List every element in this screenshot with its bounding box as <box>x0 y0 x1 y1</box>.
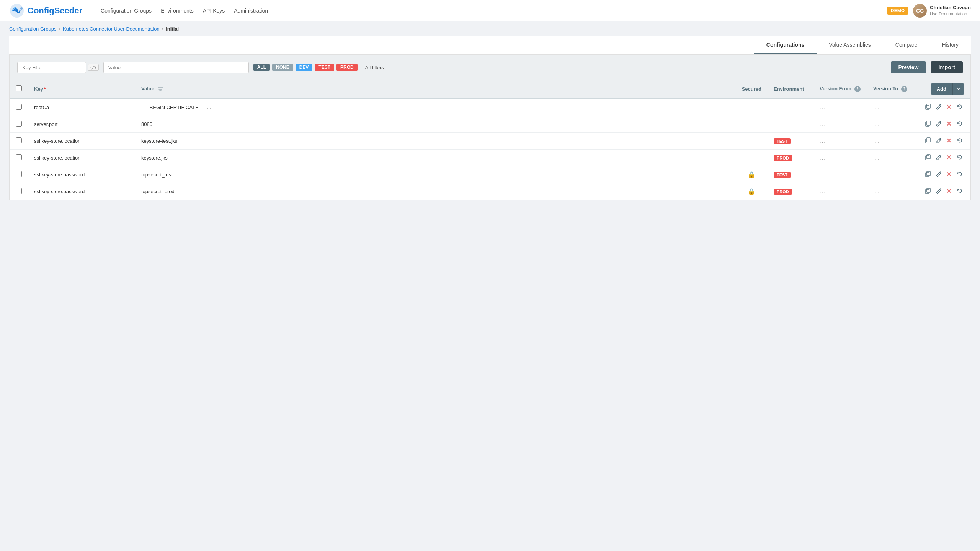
nav-administration[interactable]: Administration <box>234 6 268 15</box>
env-badge-all[interactable]: ALL <box>253 64 270 71</box>
row-actions <box>917 183 970 200</box>
delete-button[interactable] <box>944 137 954 145</box>
restore-icon <box>957 121 963 127</box>
tab-configurations[interactable]: Configurations <box>754 36 817 54</box>
close-icon <box>946 137 952 143</box>
breadcrumb-sep-1: › <box>59 26 60 32</box>
tab-compare[interactable]: Compare <box>883 36 930 54</box>
delete-button[interactable] <box>944 120 954 129</box>
copy-icon <box>925 104 931 110</box>
delete-button[interactable] <box>944 170 954 179</box>
demo-badge: DEMO <box>887 7 908 15</box>
copy-button[interactable] <box>923 120 933 129</box>
restore-button[interactable] <box>955 120 964 129</box>
edit-button[interactable] <box>934 170 943 179</box>
header-environment: Environment <box>768 80 813 99</box>
breadcrumb-current: Initial <box>166 26 179 32</box>
env-badge-test[interactable]: TEST <box>315 64 334 71</box>
row-secured: 🔒 <box>736 166 768 183</box>
version-to-value: ... <box>873 138 880 144</box>
table-row: rootCa -----BEGIN CERTIFICATE-----... ..… <box>10 99 970 116</box>
delete-button[interactable] <box>944 153 954 162</box>
copy-icon <box>925 121 931 127</box>
row-key: ssl.key-store.password <box>28 183 135 200</box>
copy-button[interactable] <box>923 170 933 179</box>
nav-environments[interactable]: Environments <box>161 6 194 15</box>
user-area: CC Christian Cavegn UserDocumentation <box>913 4 971 18</box>
row-checkbox[interactable] <box>16 121 22 127</box>
row-checkbox[interactable] <box>16 137 22 143</box>
row-actions <box>917 166 970 183</box>
tab-history[interactable]: History <box>929 36 971 54</box>
env-badge-dev[interactable]: DEV <box>296 64 313 71</box>
lock-icon: 🔒 <box>748 171 755 178</box>
delete-button[interactable] <box>944 103 954 112</box>
restore-button[interactable] <box>955 153 964 162</box>
edit-button[interactable] <box>934 120 943 129</box>
version-from-value: ... <box>820 138 826 144</box>
row-value: topsecret_prod <box>135 183 736 200</box>
delete-button[interactable] <box>944 187 954 196</box>
nav-right: DEMO CC Christian Cavegn UserDocumentati… <box>887 4 971 18</box>
svg-rect-19 <box>927 171 930 176</box>
copy-button[interactable] <box>923 187 933 196</box>
copy-button[interactable] <box>923 103 933 112</box>
restore-button[interactable] <box>955 187 964 196</box>
toolbar: (.*) ALL NONE DEV TEST PROD All filters … <box>10 55 970 80</box>
table-header-row: Key* Value Secured Environment Version F… <box>10 80 970 99</box>
version-to-value: ... <box>873 172 880 178</box>
tab-value-assemblies[interactable]: Value Assemblies <box>817 36 883 54</box>
version-from-value: ... <box>820 155 826 161</box>
copy-button[interactable] <box>923 137 933 145</box>
breadcrumb-k8s[interactable]: Kubernetes Connector User-Documentation <box>63 26 160 32</box>
select-all-checkbox[interactable] <box>16 85 22 91</box>
edit-button[interactable] <box>934 187 943 196</box>
env-badge-prod[interactable]: PROD <box>336 64 358 71</box>
version-from-help[interactable]: ? <box>854 86 861 92</box>
restore-button[interactable] <box>955 170 964 179</box>
restore-button[interactable] <box>955 103 964 112</box>
env-tag: TEST <box>774 138 791 144</box>
table-row: ssl.key-store.password topsecret_test 🔒 … <box>10 166 970 183</box>
edit-button[interactable] <box>934 153 943 162</box>
nav-config-groups[interactable]: Configuration Groups <box>101 6 152 15</box>
row-checkbox[interactable] <box>16 171 22 177</box>
all-filters-button[interactable]: All filters <box>362 63 387 72</box>
nav-api-keys[interactable]: API Keys <box>203 6 225 15</box>
header-value: Value <box>135 80 736 99</box>
svg-rect-11 <box>927 138 930 142</box>
svg-rect-12 <box>926 139 929 143</box>
version-from-value: ... <box>820 104 826 110</box>
import-button[interactable]: Import <box>931 61 963 73</box>
value-filter-input[interactable] <box>103 62 249 73</box>
row-key: ssl.key-store.location <box>28 150 135 166</box>
row-value: keystore.jks <box>135 150 736 166</box>
close-icon <box>946 104 952 110</box>
row-checkbox[interactable] <box>16 104 22 110</box>
version-to-value: ... <box>873 155 880 161</box>
copy-button[interactable] <box>923 153 933 162</box>
env-badge-none[interactable]: NONE <box>272 64 293 71</box>
version-from-value: ... <box>820 121 826 127</box>
key-filter-input[interactable] <box>17 62 86 73</box>
version-from-value: ... <box>820 189 826 194</box>
edit-button[interactable] <box>934 137 943 145</box>
restore-button[interactable] <box>955 137 964 145</box>
row-checkbox[interactable] <box>16 154 22 160</box>
row-secured <box>736 116 768 133</box>
add-dropdown-button[interactable] <box>952 83 964 95</box>
close-icon <box>946 171 952 177</box>
add-button[interactable]: Add <box>931 83 952 95</box>
user-name: Christian Cavegn <box>930 5 971 11</box>
version-to-help[interactable]: ? <box>901 86 907 92</box>
breadcrumb-config-groups[interactable]: Configuration Groups <box>9 26 57 32</box>
copy-icon <box>925 154 931 160</box>
preview-button[interactable]: Preview <box>891 61 926 73</box>
edit-button[interactable] <box>934 103 943 112</box>
row-checkbox[interactable] <box>16 188 22 194</box>
header-select-all <box>10 80 28 99</box>
row-value: topsecret_test <box>135 166 736 183</box>
row-value: 8080 <box>135 116 736 133</box>
logo[interactable]: ConfigSeeder <box>9 3 82 18</box>
edit-icon <box>936 104 942 110</box>
